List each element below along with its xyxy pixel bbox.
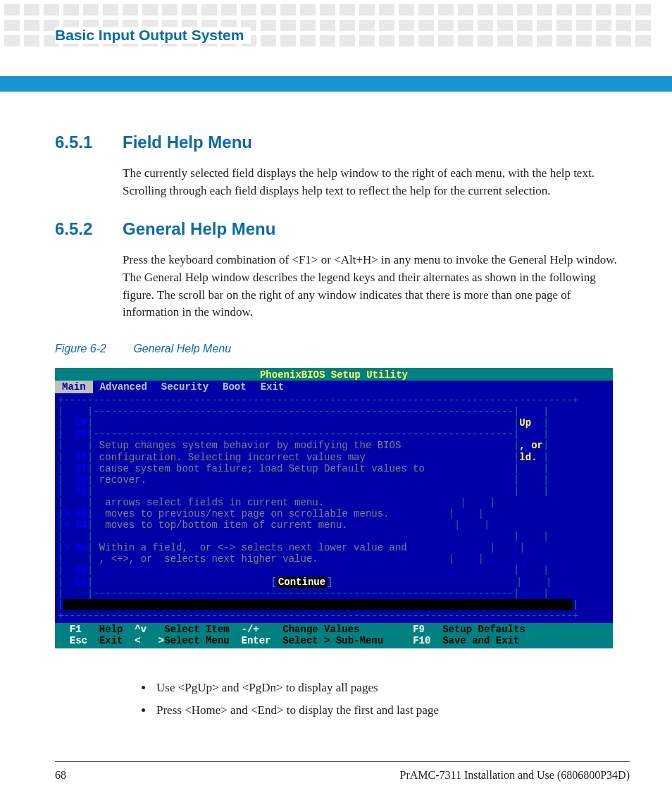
section-body: The currently selected field displays th… (123, 165, 630, 199)
header-bar (0, 76, 672, 92)
section-heading: 6.5.2 General Help Menu (55, 219, 630, 239)
bios-tab-security: Security (154, 381, 216, 393)
section-number: 6.5.2 (55, 219, 123, 239)
bullet-list: Use <PgUp> and <PgDn> to display all pag… (139, 677, 630, 722)
bios-menu-bar: Main Advanced Security Boot Exit (55, 381, 613, 393)
chapter-title: Basic Input Output System (55, 27, 251, 44)
bios-title: PhoenixBIOS Setup Utility (55, 368, 613, 381)
bios-tab-advanced: Advanced (93, 381, 154, 393)
bios-continue-button: Continue (277, 577, 327, 588)
section-heading: 6.5.1 Field Help Menu (55, 133, 630, 152)
page-footer: 68 PrAMC-7311 Installation and Use (6806… (55, 761, 630, 782)
bios-footer: F1 Help ^v Select Item -/+ Change Values… (55, 623, 613, 648)
section-body: Press the keyboard combination of <F1> o… (123, 252, 630, 321)
list-item: Press <Home> and <End> to display the fi… (154, 699, 630, 722)
section-title: Field Help Menu (123, 133, 252, 152)
bios-screenshot: PhoenixBIOS Setup Utility Main Advanced … (55, 368, 613, 648)
section-title: General Help Menu (123, 219, 275, 239)
figure-caption: Figure 6-2 General Help Menu (55, 343, 630, 355)
doc-footer-text: PrAMC-7311 Installation and Use (6806800… (400, 769, 630, 782)
section-number: 6.5.1 (55, 133, 123, 152)
bios-tab-exit: Exit (254, 381, 292, 393)
bios-panel: +---------------------------------------… (55, 393, 613, 623)
list-item: Use <PgUp> and <PgDn> to display all pag… (154, 677, 630, 699)
page-number: 68 (55, 769, 66, 782)
figure-title: General Help Menu (133, 343, 231, 355)
bios-tab-boot: Boot (216, 381, 254, 393)
figure-number: Figure 6-2 (55, 343, 106, 355)
bios-tab-main: Main (55, 381, 93, 393)
